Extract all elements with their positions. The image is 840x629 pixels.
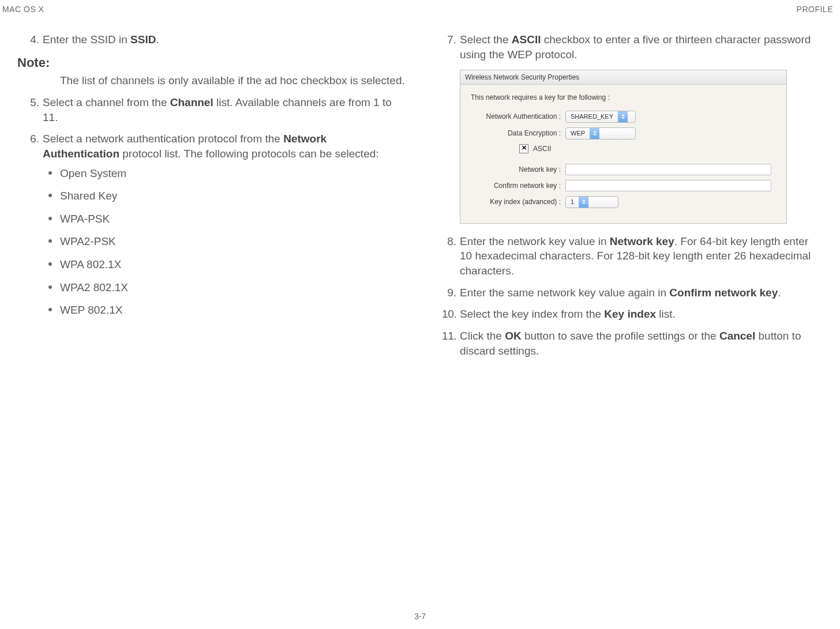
label-network-key: Network key :	[471, 165, 565, 174]
step-text: Enter the SSID in	[43, 33, 130, 46]
row-network-auth: Network Authentication : SHARED_KEY	[471, 111, 776, 123]
step-text: Select the	[460, 33, 512, 46]
bold-ssid: SSID	[130, 33, 156, 46]
step-number: 9.	[437, 285, 456, 300]
step-number: 6.	[20, 131, 39, 146]
step-4: 4. Enter the SSID in SSID.	[17, 32, 406, 47]
step-9: 9. Enter the same network key value agai…	[434, 285, 823, 300]
step-10: 10. Select the key index from the Key in…	[434, 307, 823, 322]
step-number: 10.	[437, 307, 456, 322]
label-network-auth: Network Authentication :	[471, 112, 565, 121]
select-key-index[interactable]: 1	[565, 196, 618, 208]
step-11: 11. Click the OK button to save the prof…	[434, 329, 823, 358]
protocol-item: WPA2-PSK	[43, 234, 406, 249]
header-left: MAC OS X	[2, 5, 44, 14]
protocol-item: WPA 802.1X	[43, 257, 406, 272]
step-text-post: .	[778, 287, 781, 299]
label-ascii: ASCII	[533, 144, 551, 153]
note-body: The list of channels is only available i…	[60, 73, 406, 88]
check-mark-icon: ✕	[522, 145, 527, 151]
step-text: Select a network authentication protocol…	[43, 133, 283, 145]
page-body: 4. Enter the SSID in SSID. Note: The lis…	[0, 15, 840, 365]
bold-channel: Channel	[170, 96, 213, 108]
protocol-item: Shared Key	[43, 189, 406, 204]
select-network-auth[interactable]: SHARED_KEY	[565, 111, 636, 123]
row-data-encryption: Data Encryption : WEP	[471, 127, 776, 140]
stepper-icon	[579, 197, 588, 208]
left-column: 4. Enter the SSID in SSID. Note: The lis…	[17, 32, 406, 365]
panel-lead-text: This network requires a key for the foll…	[471, 93, 776, 102]
protocol-item: WPA-PSK	[43, 212, 406, 227]
step-number: 4.	[20, 32, 39, 47]
protocol-item: WEP 802.1X	[43, 303, 406, 318]
step-text-post: protocol list. The following protocols c…	[119, 148, 379, 160]
select-data-encryption[interactable]: WEP	[565, 127, 636, 140]
step-7: 7. Select the ASCII checkbox to enter a …	[434, 32, 823, 62]
step-text: Enter the network key value in	[460, 235, 610, 247]
step-text: Click the	[460, 330, 505, 342]
bold-ascii: ASCII	[512, 33, 541, 46]
stepper-icon	[618, 111, 628, 122]
page-number: 3-7	[0, 612, 840, 621]
label-confirm-key: Confirm network key :	[471, 181, 565, 190]
step-number: 5.	[20, 95, 39, 110]
label-key-index: Key index (advanced) :	[471, 197, 565, 206]
bold-cancel: Cancel	[719, 330, 755, 342]
bold-key-index: Key index	[604, 308, 656, 320]
protocol-item: WPA2 802.1X	[43, 280, 406, 295]
step-text: Enter the same network key value again i…	[460, 287, 669, 299]
input-network-key[interactable]	[565, 164, 771, 175]
row-network-key: Network key :	[471, 164, 776, 175]
security-properties-panel: Wireless Network Security Properties Thi…	[460, 70, 787, 224]
step-5: 5. Select a channel from the Channel lis…	[17, 95, 406, 125]
checkbox-ascii[interactable]: ✕	[519, 144, 528, 153]
bold-network-key: Network key	[610, 235, 674, 247]
select-value: SHARED_KEY	[566, 112, 618, 121]
step-number: 7.	[437, 32, 456, 47]
header-right: PROFILE	[797, 5, 833, 14]
step-8: 8. Enter the network key value in Networ…	[434, 234, 823, 278]
step-text-post: list.	[656, 308, 676, 320]
bold-ok: OK	[505, 330, 522, 342]
note-heading: Note:	[17, 54, 406, 71]
row-confirm-key: Confirm network key :	[471, 180, 776, 191]
protocol-list: Open System Shared Key WPA-PSK WPA2-PSK …	[43, 166, 406, 318]
stepper-icon	[590, 128, 599, 139]
row-key-index: Key index (advanced) : 1	[471, 196, 776, 208]
step-text: Select the key index from the	[460, 308, 604, 320]
right-column: 7. Select the ASCII checkbox to enter a …	[434, 32, 823, 365]
panel-titlebar: Wireless Network Security Properties	[460, 70, 786, 85]
input-confirm-key[interactable]	[565, 180, 771, 191]
step-6: 6. Select a network authentication proto…	[17, 131, 406, 318]
step-number: 11.	[437, 329, 456, 344]
step-text-mid: button to save the profile settings or t…	[522, 330, 719, 342]
label-data-encryption: Data Encryption :	[471, 129, 565, 138]
protocol-item: Open System	[43, 166, 406, 181]
step-number: 8.	[437, 234, 456, 249]
bold-confirm-key: Confirm network key	[669, 287, 778, 299]
step-text-post: .	[156, 33, 159, 46]
select-value: 1	[566, 198, 579, 206]
row-ascii: ✕ ASCII	[519, 144, 776, 153]
running-header: MAC OS X PROFILE	[0, 0, 840, 15]
select-value: WEP	[566, 129, 590, 138]
step-text: Select a channel from the	[43, 96, 170, 108]
